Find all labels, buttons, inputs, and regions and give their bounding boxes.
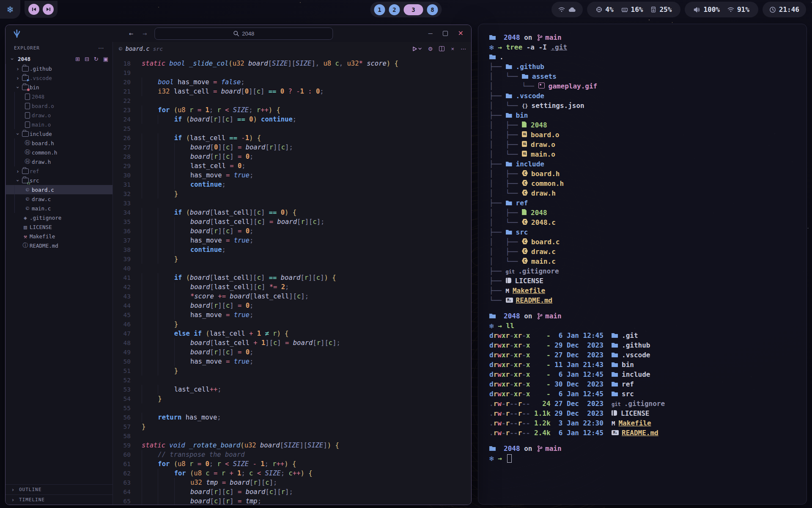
code-line[interactable]: 65board[c][r] = tmp; [113,497,471,505]
explorer-item-src[interactable]: ›src [5,176,112,185]
tree-entry-README.md[interactable]: README.md [516,296,553,304]
code-line[interactable]: 49board[r][c] = 0; [113,348,471,357]
code-line[interactable]: 27board[0][c] = board[r][c]; [113,143,471,152]
code-line[interactable]: 40 [113,264,471,273]
workspace-8[interactable]: 8 [427,4,438,15]
explorer-item-ref[interactable]: ›ref [5,166,112,176]
code-line[interactable]: 34if (board[last_cell][c] == 0) { [113,208,471,217]
code-line[interactable]: 21i32 last_cell = board[0][c] == 0 ? -1 … [113,87,471,96]
ll-entry-README.md[interactable]: README.md [622,429,658,437]
code-line[interactable]: 19 [113,68,471,77]
explorer-item-.vscode[interactable]: ›.vscode [5,73,112,83]
maximize-button[interactable] [443,31,448,36]
explorer-item-draw.c[interactable]: ©draw.c [5,194,112,204]
new-folder-button[interactable]: ⊟ [85,56,89,62]
code-editor[interactable]: 18static bool _slide_col(u32 board[SIZE]… [113,55,471,505]
code-line[interactable]: 39} [113,254,471,264]
explorer-item-include[interactable]: ›include [5,129,112,138]
explorer-item-main.o[interactable]: main.o [5,120,112,129]
explorer-item-LICENSE[interactable]: ▤LICENSE [5,222,112,232]
explorer-more-button[interactable]: ⋯ [96,44,107,52]
workspace-1[interactable]: 1 [374,4,385,15]
code-line[interactable]: 55 [113,403,471,413]
new-file-button[interactable]: ⊞ [75,56,80,62]
code-line[interactable]: 47else if (last_cell + 1 ≠ r) { [113,329,471,338]
media-prev-button[interactable] [28,4,39,15]
explorer-item-common.h[interactable]: Ⓗcommon.h [5,148,112,157]
settings-button[interactable]: ⚙ [428,46,433,52]
timeline-panel[interactable]: › TIMELINE [5,494,112,505]
code-line[interactable]: 59static void _rotate_board(u32 board[SI… [113,441,471,450]
code-line[interactable]: 36board[r][c] = 0; [113,226,471,236]
code-line[interactable]: 24if (board[r][c] == 0) continue; [113,115,471,124]
code-line[interactable]: 25 [113,124,471,133]
command-search-input[interactable]: 2048 [154,28,333,40]
code-line[interactable]: 46} [113,320,471,329]
code-line[interactable]: 28board[r][c] = 0; [113,152,471,161]
workspace-3-active[interactable]: 3 [404,4,423,15]
explorer-item-.github[interactable]: ›.github [5,64,112,73]
workspace-2[interactable]: 2 [389,4,400,15]
outline-panel[interactable]: › OUTLINE [5,484,112,494]
close-button[interactable]: ✕ [458,30,464,37]
code-line[interactable]: 42board[last_cell][c] *= 2; [113,282,471,292]
nav-back-button[interactable]: ← [127,28,135,39]
code-line[interactable]: 48board[last_cell + 1][c] = board[r][c]; [113,338,471,348]
explorer-item-draw.h[interactable]: Ⓗdraw.h [5,157,112,166]
refresh-button[interactable]: ↻ [94,56,99,62]
collapse-all-button[interactable]: ▣ [103,56,108,62]
code-line[interactable]: 20bool has_move = false; [113,77,471,87]
code-line[interactable]: 33 [113,199,471,208]
explorer-item-.gitignore[interactable]: ◈.gitignore [5,213,112,222]
code-line[interactable]: 32} [113,189,471,199]
code-line[interactable]: 56return has_move; [113,413,471,422]
code-line[interactable]: 38continue; [113,245,471,254]
code-line[interactable]: 30has_move = true; [113,171,471,180]
code-line[interactable]: 44board[r][c] = 0; [113,301,471,310]
network-status-pill[interactable] [551,2,583,17]
code-line[interactable]: 35board[last_cell][c] = board[r][c]; [113,217,471,226]
code-line[interactable]: 62for (u8 c = r + 1; c < SIZE; c++) { [113,469,471,478]
explorer-item-main.c[interactable]: ©main.c [5,204,112,213]
code-line[interactable]: 50has_move = true; [113,357,471,366]
explorer-item-board.h[interactable]: Ⓗboard.h [5,138,112,148]
launcher-button[interactable]: ❄ [0,0,20,19]
code-line[interactable]: 43*score += board[last_cell][c]; [113,292,471,301]
code-line[interactable]: 58 [113,431,471,441]
code-line[interactable]: 37has_move = true; [113,236,471,245]
code-line[interactable]: 41if (board[last_cell][c] == board[r][c]… [113,273,471,282]
code-line[interactable]: 61for (u8 r = 0; r < SIZE - 1; r++) { [113,459,471,469]
code-line[interactable]: 54} [113,394,471,403]
code-line[interactable]: 64board[r][c] = board[c][r]; [113,487,471,497]
run-button[interactable] [412,46,422,52]
explorer-item-board.o[interactable]: board.o [5,101,112,110]
split-editor-button[interactable] [439,46,444,51]
code-line[interactable]: 52 [113,375,471,385]
explorer-item-bin[interactable]: ›bin [5,83,112,92]
explorer-item-2048[interactable]: 2048 [5,92,112,101]
code-line[interactable]: 23for (u8 r = 1; r < SIZE; r++) { [113,105,471,115]
code-line[interactable]: 45has_move = true; [113,310,471,320]
explorer-root-row[interactable]: › 2048 ⊞ ⊟ ↻ ▣ [5,54,112,64]
tree-entry-Makefile[interactable]: Makefile [513,287,545,295]
code-line[interactable]: 22 [113,96,471,105]
code-line[interactable]: 53last_cell++; [113,385,471,394]
terminal-window[interactable]: 2048 on main❄→ tree -a -I .git.├── .gith… [478,24,807,505]
breadcrumb-context[interactable]: src [153,46,163,52]
explorer-item-board.c[interactable]: ©board.c [5,185,112,194]
code-line[interactable]: 63u32 tmp = board[r][c]; [113,478,471,487]
code-line[interactable]: 51} [113,366,471,375]
code-line[interactable]: 29last_cell = 0; [113,161,471,171]
close-editor-button[interactable]: × [451,46,454,52]
code-line[interactable]: 31continue; [113,180,471,189]
more-actions-button[interactable]: ⋯ [461,46,466,52]
code-line[interactable]: 18static bool _slide_col(u32 board[SIZE]… [113,59,471,68]
explorer-item-draw.o[interactable]: draw.o [5,110,112,120]
nav-forward-button[interactable]: → [141,28,148,39]
ll-entry-Makefile[interactable]: Makefile [618,419,651,427]
vscode-titlebar[interactable]: ← → 2048 ─ ✕ [5,25,471,42]
minimize-button[interactable]: ─ [428,30,433,36]
explorer-item-Makefile[interactable]: ⚒Makefile [5,232,112,241]
breadcrumb-file[interactable]: board.c [126,45,150,52]
audio-wifi-pill[interactable]: 100% 91% [685,2,758,17]
